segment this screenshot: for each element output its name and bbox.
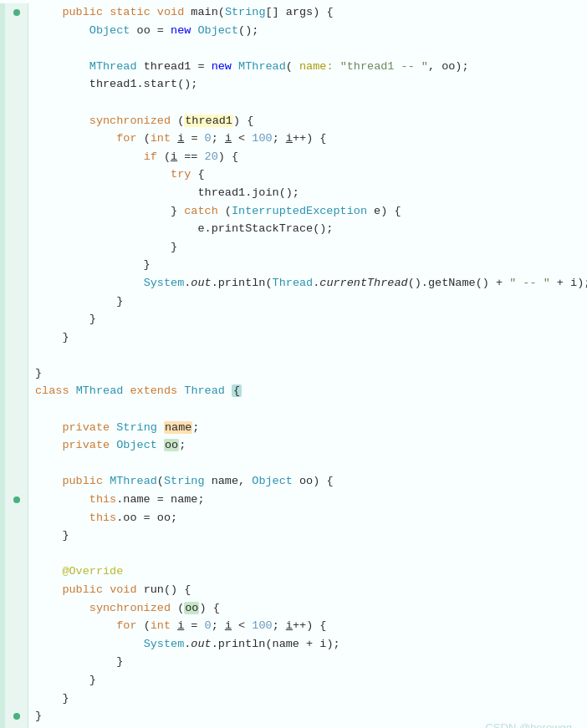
- gutter-dot-11: [13, 190, 20, 196]
- line-content-20: [28, 346, 587, 364]
- gutter-dot-16: [13, 280, 20, 287]
- line-gutter-27: [5, 472, 28, 491]
- gutter-dot-40: [13, 713, 20, 720]
- line-content-9: if (i == 20) {: [28, 148, 587, 166]
- code-line-20: [0, 346, 587, 364]
- line-gutter-39: [5, 690, 28, 708]
- code-line-9: if (i == 20) {: [0, 148, 587, 166]
- code-line-32: @Override: [0, 563, 587, 581]
- line-gutter-18: [5, 310, 28, 328]
- line-gutter-15: [5, 256, 28, 274]
- line-gutter-29: [5, 509, 28, 527]
- line-gutter-31: [5, 545, 28, 563]
- gutter-dot-29: [13, 514, 20, 521]
- code-line-2: Object oo = new Object();: [0, 22, 587, 40]
- line-gutter-2: [5, 22, 28, 40]
- line-content-36: System.out.println(name + i);: [28, 635, 587, 654]
- code-line-22: class MThread extends Thread {: [0, 382, 587, 400]
- code-line-27: public MThread(String name, Object oo) {: [0, 472, 587, 491]
- code-line-4: MThread thread1 = new MThread( name: "th…: [0, 58, 587, 76]
- line-gutter-16: [5, 274, 28, 293]
- line-gutter-33: [5, 581, 28, 599]
- line-content-6: [28, 94, 587, 112]
- line-content-8: for (int i = 0; i < 100; i++) {: [28, 130, 587, 148]
- code-line-17: }: [0, 293, 587, 311]
- line-gutter-13: [5, 220, 28, 238]
- code-line-33: public void run() {: [0, 581, 587, 599]
- line-content-34: synchronized (oo) {: [28, 599, 587, 618]
- line-gutter-4: [5, 58, 28, 76]
- line-content-17: }: [28, 293, 587, 311]
- code-line-37: }: [0, 653, 587, 671]
- line-gutter-23: [5, 400, 28, 419]
- gutter-dot-21: [13, 370, 20, 377]
- line-content-16: System.out.println(Thread.currentThread(…: [28, 274, 587, 293]
- gutter-dot-33: [13, 587, 20, 593]
- line-gutter-32: [5, 563, 28, 581]
- line-content-18: }: [28, 310, 587, 328]
- line-content-23: [28, 400, 587, 419]
- code-line-28: this.name = name;: [0, 491, 587, 509]
- code-line-18: }: [0, 310, 587, 328]
- code-line-31: [0, 545, 587, 563]
- line-gutter-34: [5, 599, 28, 618]
- line-gutter-37: [5, 653, 28, 671]
- gutter-dot-39: [13, 695, 20, 701]
- gutter-dot-19: [13, 333, 20, 340]
- line-content-31: [28, 545, 587, 563]
- gutter-dot-26: [13, 461, 20, 467]
- line-content-19: }: [28, 328, 587, 347]
- gutter-dot-36: [13, 641, 20, 648]
- code-line-5: thread1.start();: [0, 75, 587, 94]
- gutter-dot-37: [13, 659, 20, 665]
- code-line-39: }: [0, 690, 587, 708]
- code-line-12: } catch (InterruptedException e) {: [0, 202, 587, 221]
- watermark: CSDN @herowgq: [485, 720, 572, 728]
- line-content-32: @Override: [28, 563, 587, 581]
- line-content-28: this.name = name;: [28, 491, 587, 509]
- line-content-14: }: [28, 238, 587, 257]
- gutter-dot-1: [13, 9, 20, 16]
- code-line-21: }: [0, 364, 587, 383]
- line-gutter-38: [5, 671, 28, 690]
- line-content-21: }: [28, 364, 587, 383]
- line-content-35: for (int i = 0; i < 100; i++) {: [28, 617, 587, 635]
- line-gutter-24: [5, 419, 28, 437]
- line-content-13: e.printStackTrace();: [28, 220, 587, 238]
- code-line-10: try {: [0, 165, 587, 184]
- gutter-dot-17: [13, 298, 20, 304]
- line-gutter-8: [5, 130, 28, 148]
- gutter-dot-18: [13, 316, 20, 323]
- line-gutter-19: [5, 328, 28, 347]
- line-gutter-22: [5, 382, 28, 400]
- line-content-12: } catch (InterruptedException e) {: [28, 202, 587, 221]
- gutter-dot-6: [13, 99, 20, 106]
- line-gutter-12: [5, 202, 28, 221]
- line-gutter-1: [5, 3, 28, 22]
- line-content-2: Object oo = new Object();: [28, 22, 587, 40]
- line-content-1: public static void main(String[] args) {: [28, 3, 587, 22]
- gutter-dot-32: [13, 568, 20, 575]
- code-line-25: private Object oo;: [0, 436, 587, 455]
- line-gutter-25: [5, 436, 28, 455]
- gutter-dot-2: [13, 27, 20, 33]
- line-content-33: public void run() {: [28, 581, 587, 599]
- line-gutter-9: [5, 148, 28, 166]
- gutter-dot-25: [13, 442, 20, 449]
- gutter-dot-22: [13, 388, 20, 395]
- line-gutter-20: [5, 346, 28, 364]
- gutter-dot-23: [13, 406, 20, 413]
- code-line-35: for (int i = 0; i < 100; i++) {: [0, 617, 587, 635]
- line-content-30: }: [28, 527, 587, 545]
- code-line-6: [0, 94, 587, 112]
- line-content-38: }: [28, 671, 587, 690]
- line-gutter-5: [5, 75, 28, 94]
- code-line-1: public static void main(String[] args) {: [0, 3, 587, 22]
- line-content-27: public MThread(String name, Object oo) {: [28, 472, 587, 491]
- line-content-10: try {: [28, 165, 587, 184]
- line-content-24: private String name;: [28, 419, 587, 437]
- code-line-38: }: [0, 671, 587, 690]
- gutter-dot-27: [13, 478, 20, 485]
- gutter-dot-9: [13, 154, 20, 160]
- line-content-25: private Object oo;: [28, 436, 587, 455]
